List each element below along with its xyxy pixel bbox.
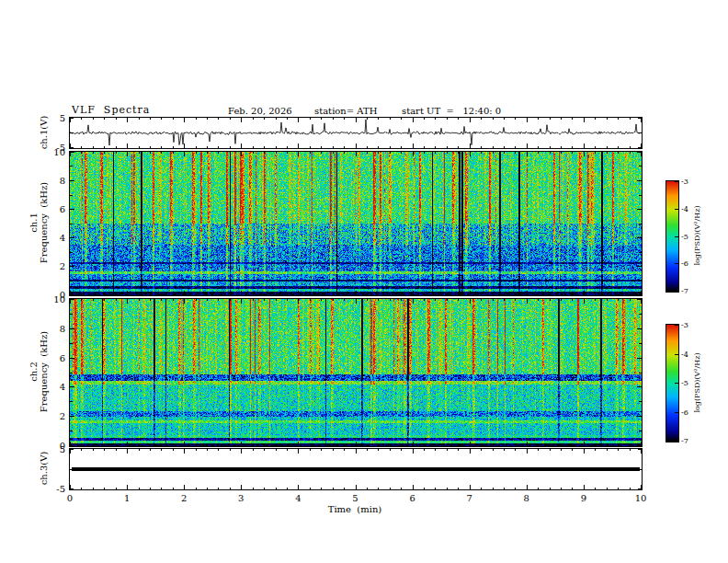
x-tick-label: 3 (238, 493, 244, 503)
ch1-axis-channel-label: ch.1 (28, 182, 39, 263)
ch2-freq-tick-label: 10 (53, 294, 65, 304)
ch2-freq-tick-label: 6 (60, 352, 65, 362)
ch1-spectrogram-panel (69, 151, 643, 296)
ch2-axis-frequency-label: Frequency (kHz) (39, 331, 49, 412)
ch2-colorbar-tick-label: -5 (681, 379, 688, 387)
ch1-waveform-panel (69, 117, 643, 149)
ch1-colorbar-tick-label: -4 (681, 204, 688, 213)
x-tick-label: 6 (409, 493, 415, 503)
ch2-spectrogram-panel (69, 298, 643, 447)
ch1-freq-tick-label: 6 (60, 204, 65, 214)
date-label: Feb. 20, 2026 (228, 106, 292, 116)
plot-title: VLF Spectra (72, 104, 150, 116)
x-tick-label: 4 (295, 493, 301, 503)
x-tick-label: 5 (352, 493, 358, 503)
ch3-waveform-panel (69, 448, 643, 490)
ch2-colorbar (665, 324, 679, 442)
start-ut-label: start UT = 12:40: 0 (402, 106, 501, 116)
ch2-freq-tick-label: 2 (60, 411, 65, 421)
ch2-colorbar-tick-label: -6 (681, 408, 688, 416)
ch1-colorbar (665, 180, 679, 293)
ch2-frequency-axis-label: ch.2 Frequency (kHz) (28, 331, 49, 412)
ch2-freq-tick-label: 4 (60, 382, 65, 392)
x-tick-label: 8 (524, 493, 529, 503)
ch2-colorbar-tick-label: -3 (681, 321, 688, 329)
ch3-volt-tick-label: 5 (60, 444, 65, 454)
x-tick-label: 0 (67, 493, 73, 503)
x-tick-label: 10 (635, 493, 647, 503)
ch1-colorbar-tick-label: -5 (681, 232, 688, 240)
ch1-colorbar-label: log(PSD)(V²/Hz) (693, 205, 701, 265)
x-tick-label: 9 (581, 493, 586, 503)
x-tick-label: 2 (181, 493, 187, 503)
time-axis-label: Time (min) (328, 504, 382, 514)
ch2-colorbar-tick-label: -4 (681, 350, 688, 358)
x-tick-label: 1 (124, 493, 130, 503)
vlf-spectra-figure: VLF Spectra Feb. 20, 2026 station= ATH s… (0, 0, 728, 563)
ch3-volt-tick-label: -5 (56, 484, 65, 494)
ch2-colorbar-tick-label: -7 (681, 437, 688, 445)
ch1-voltage-axis-label: ch.1(V) (39, 116, 49, 150)
ch3-voltage-axis-label: ch.3(V) (39, 452, 49, 486)
ch1-freq-tick-label: 8 (60, 176, 65, 186)
ch1-axis-frequency-label: Frequency (kHz) (39, 182, 49, 263)
ch1-colorbar-tick-label: -6 (681, 259, 688, 268)
station-label: station= ATH (314, 106, 377, 116)
x-tick-label: 7 (467, 493, 472, 503)
ch2-colorbar-label: log(PSD)(V²/Hz) (693, 352, 701, 412)
ch2-axis-channel-label: ch.2 (28, 331, 39, 412)
ch1-volt-tick-label: 5 (60, 113, 65, 123)
ch1-colorbar-tick-label: -3 (681, 178, 688, 186)
ch1-freq-tick-label: 2 (60, 261, 65, 271)
ch1-freq-tick-label: 4 (60, 233, 65, 243)
ch1-volt-tick-label: -5 (56, 143, 65, 153)
ch2-freq-tick-label: 8 (60, 323, 65, 333)
ch1-frequency-axis-label: ch.1 Frequency (kHz) (28, 182, 49, 263)
ch1-colorbar-tick-label: -7 (681, 287, 688, 295)
